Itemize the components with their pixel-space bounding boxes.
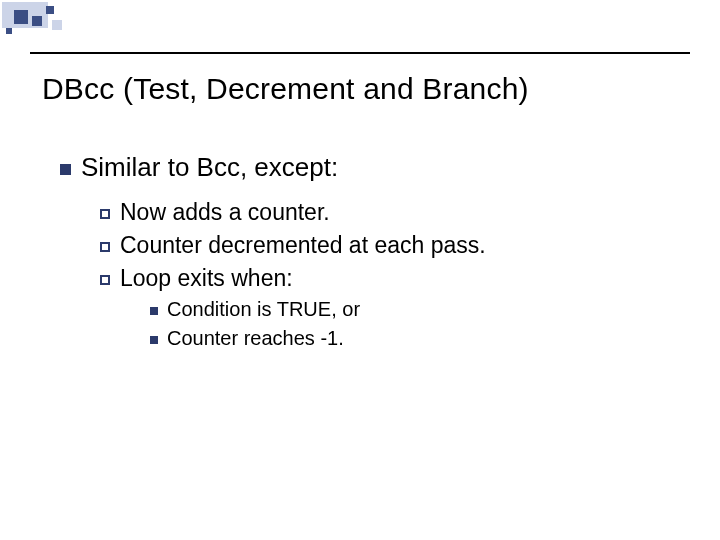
corner-ornament: [0, 0, 80, 40]
slide-title: DBcc (Test, Decrement and Branch): [42, 72, 529, 106]
hollow-square-bullet-icon: [100, 275, 110, 285]
bullet-text: Counter reaches -1.: [167, 327, 344, 349]
slide-body: Similar to Bcc, except: Now adds a count…: [60, 150, 680, 354]
bullet-text: Condition is TRUE, or: [167, 298, 360, 320]
small-square-bullet-icon: [150, 336, 158, 344]
bullet-level2: Counter decremented at each pass.: [100, 230, 680, 261]
bullet-level1: Similar to Bcc, except:: [60, 150, 680, 185]
title-rule: [30, 52, 690, 54]
hollow-square-bullet-icon: [100, 209, 110, 219]
slide: DBcc (Test, Decrement and Branch) Simila…: [0, 0, 720, 540]
bullet-level2: Loop exits when:: [100, 263, 680, 294]
bullet-level3: Counter reaches -1.: [150, 325, 680, 352]
bullet-text: Now adds a counter.: [120, 199, 330, 225]
bullet-text: Similar to Bcc, except:: [81, 152, 338, 182]
bullet-text: Loop exits when:: [120, 265, 293, 291]
small-square-bullet-icon: [150, 307, 158, 315]
bullet-text: Counter decremented at each pass.: [120, 232, 486, 258]
hollow-square-bullet-icon: [100, 242, 110, 252]
bullet-level2: Now adds a counter.: [100, 197, 680, 228]
square-bullet-icon: [60, 164, 71, 175]
bullet-level3: Condition is TRUE, or: [150, 296, 680, 323]
